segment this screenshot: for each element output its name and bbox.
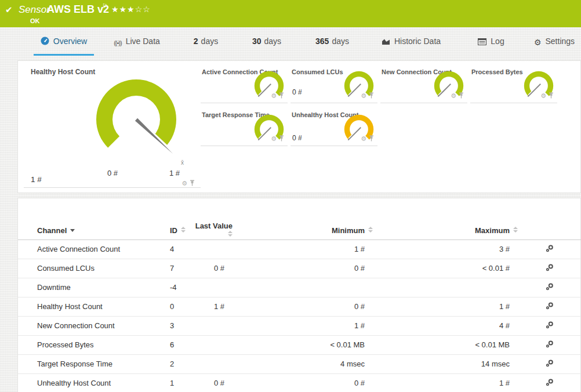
sensor-title: AWS ELB v2 bbox=[47, 3, 109, 16]
tab-number: 365 bbox=[315, 37, 329, 46]
col-header-minimum[interactable]: Minimum bbox=[233, 222, 373, 239]
gauge-settings-icon[interactable]: ⚙ bbox=[361, 136, 366, 142]
channel-id: 1 bbox=[152, 373, 192, 392]
last-value bbox=[192, 354, 233, 373]
channel-settings-gears-icon[interactable] bbox=[546, 340, 554, 350]
gauge-settings-icon[interactable]: ⚙ bbox=[271, 136, 277, 142]
last-value: 0 # bbox=[192, 373, 233, 392]
tab-label: days bbox=[332, 37, 349, 46]
maximum-value: < 0.01 MB bbox=[373, 335, 518, 354]
table-row: Active Connection Count 4 1 # 3 # bbox=[18, 239, 581, 259]
channel-settings-gears-icon[interactable] bbox=[546, 321, 554, 331]
channel-table: Channel ID Last Value Minimum Maximum Ac… bbox=[18, 222, 581, 392]
minimum-value: 4 msec bbox=[233, 354, 373, 373]
flag-icon[interactable]: ⚐ bbox=[102, 2, 108, 10]
tab-live-data[interactable]: ((•))Live Data bbox=[108, 37, 166, 54]
table-row: Downtime -4 bbox=[18, 278, 581, 297]
maximum-value: 4 # bbox=[373, 316, 518, 335]
primary-gauge-title: Healthy Host Count bbox=[31, 68, 95, 76]
last-value: 0 # bbox=[192, 259, 233, 278]
gauge-cell-new-connection-count: New Connection Count ⚙ bbox=[380, 61, 467, 103]
priority-stars[interactable]: ★★★☆☆ bbox=[111, 5, 151, 14]
channel-id: 7 bbox=[152, 259, 192, 278]
channel-settings-gears-icon[interactable] bbox=[546, 302, 554, 311]
tab-label: Settings bbox=[545, 37, 575, 46]
pin-icon[interactable] bbox=[369, 90, 374, 101]
channel-table-panel: Channel ID Last Value Minimum Maximum Ac… bbox=[17, 198, 581, 392]
primary-gauge-arc bbox=[96, 79, 176, 148]
channel-id: -4 bbox=[152, 278, 192, 297]
channel-settings-gears-icon[interactable] bbox=[546, 379, 554, 388]
channel-name: Unhealthy Host Count bbox=[18, 373, 152, 392]
col-header-id[interactable]: ID bbox=[152, 222, 192, 239]
pin-icon[interactable] bbox=[369, 133, 374, 144]
minimum-value bbox=[233, 278, 373, 297]
pin-icon[interactable] bbox=[279, 90, 284, 101]
tab-log[interactable]: Log bbox=[474, 37, 508, 54]
minimum-value: 0 # bbox=[233, 373, 373, 392]
table-row: Processed Bytes 6 < 0.01 MB < 0.01 MB bbox=[18, 335, 581, 354]
tab-365-days[interactable]: 365days bbox=[307, 37, 357, 54]
channel-id: 0 bbox=[152, 297, 192, 316]
maximum-value bbox=[373, 278, 518, 297]
minimum-value: 1 # bbox=[233, 316, 373, 335]
gauge-title: Consumed LCUs bbox=[292, 68, 343, 75]
gauge-settings-icon[interactable]: ⚙ bbox=[451, 93, 456, 99]
channel-name: Target Response Time bbox=[18, 354, 152, 373]
col-header-maximum[interactable]: Maximum bbox=[373, 222, 518, 239]
pin-icon[interactable] bbox=[279, 133, 284, 144]
table-row: Healthy Host Count 0 1 # 0 # 1 # bbox=[18, 297, 581, 316]
tab-label: Overview bbox=[53, 37, 87, 46]
table-row: Unhealthy Host Count 1 0 # 0 # 1 # bbox=[18, 373, 581, 392]
sort-icons bbox=[368, 227, 373, 233]
tab-overview[interactable]: Overview bbox=[34, 37, 94, 54]
channel-settings-gears-icon[interactable] bbox=[546, 264, 554, 273]
channel-name: Processed Bytes bbox=[18, 335, 152, 354]
gauge-value: 0 # bbox=[292, 134, 302, 142]
channel-settings-gears-icon[interactable] bbox=[546, 245, 554, 254]
active-tab-underline bbox=[34, 54, 94, 56]
channel-id: 2 bbox=[152, 354, 192, 373]
table-row: New Connection Count 3 1 # 4 # bbox=[18, 316, 581, 335]
tab-label: Historic Data bbox=[394, 37, 441, 46]
gauge-settings-icon[interactable]: ⚙ bbox=[271, 93, 277, 99]
sort-icons bbox=[513, 227, 518, 233]
tab-2-days[interactable]: 2days bbox=[187, 37, 225, 54]
minimum-value: 1 # bbox=[233, 239, 373, 259]
col-header-last-value[interactable]: Last Value bbox=[192, 222, 233, 239]
gauge-cell-unhealthy-host-count: Unhealthy Host Count 0 # ⚙ bbox=[290, 107, 377, 146]
gauge-cell-target-response-time: Target Response Time ⚙ bbox=[201, 107, 288, 146]
gauge-scale-min: 0 # bbox=[103, 169, 122, 177]
last-value bbox=[192, 316, 233, 335]
pin-icon[interactable] bbox=[549, 90, 554, 101]
tab-settings[interactable]: ⚙Settings bbox=[531, 37, 578, 54]
maximum-value: < 0.01 # bbox=[373, 259, 518, 278]
gauge-settings-icon[interactable]: ⚙ bbox=[181, 180, 187, 187]
minimum-value: 0 # bbox=[233, 297, 373, 316]
sort-desc-icon bbox=[70, 229, 75, 232]
col-header-actions bbox=[518, 222, 581, 239]
gauge-cell-consumed-lcus: Consumed LCUs 0 # ⚙ bbox=[290, 61, 377, 103]
channel-name: New Connection Count bbox=[18, 316, 152, 335]
tab-30-days[interactable]: 30days bbox=[245, 37, 289, 54]
pin-icon[interactable] bbox=[190, 178, 195, 188]
status-badge: OK bbox=[30, 17, 40, 24]
maximum-value: 1 # bbox=[373, 297, 518, 316]
maximum-value: 1 # bbox=[373, 373, 518, 392]
channel-settings-gears-icon[interactable] bbox=[546, 283, 554, 292]
sensor-header: ✔ Sensor AWS ELB v2 ⚐ ★★★☆☆ OK bbox=[0, 0, 581, 27]
pin-icon[interactable] bbox=[459, 90, 464, 101]
gauge-cell-active-connection-count: Active Connection Count ⚙ bbox=[201, 61, 288, 103]
tab-number: 30 bbox=[252, 37, 262, 46]
mean-marker: x̄ bbox=[181, 159, 184, 166]
last-value bbox=[192, 335, 233, 354]
gauge-settings-icon[interactable]: ⚙ bbox=[540, 93, 546, 99]
col-header-channel[interactable]: Channel bbox=[18, 222, 152, 239]
tab-bar: Overview ((•))Live Data 2days 30days 365… bbox=[0, 27, 581, 56]
channel-settings-gears-icon[interactable] bbox=[546, 360, 554, 369]
sensor-kind-label: Sensor bbox=[19, 4, 50, 16]
gauge-settings-icon[interactable]: ⚙ bbox=[361, 93, 366, 99]
tab-historic-data[interactable]: Historic Data bbox=[376, 37, 446, 54]
tab-label: Live Data bbox=[126, 37, 160, 46]
last-value: 1 # bbox=[192, 297, 233, 316]
